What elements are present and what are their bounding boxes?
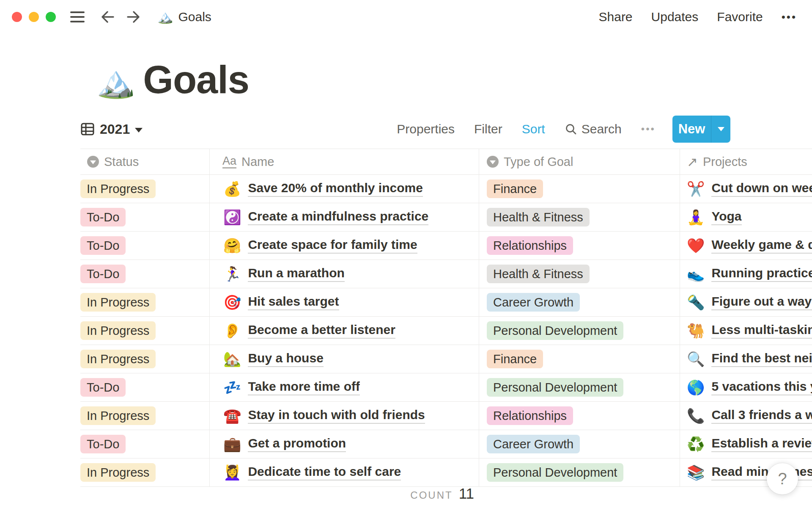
goal-name-link[interactable]: Become a better listener — [248, 323, 395, 339]
type-of-goal-badge[interactable]: Relationships — [487, 406, 573, 425]
close-window-button[interactable] — [12, 12, 22, 22]
status-badge[interactable]: In Progress — [80, 321, 156, 340]
status-badge[interactable]: To-Do — [80, 378, 126, 397]
projects-cell[interactable]: 🌎5 vacations this yea — [680, 373, 812, 401]
type-of-goal-badge[interactable]: Career Growth — [487, 293, 580, 312]
status-cell[interactable]: In Progress — [80, 175, 210, 203]
project-link[interactable]: Figure out a way to g — [711, 294, 812, 310]
status-cell[interactable]: In Progress — [80, 458, 210, 486]
goal-name-link[interactable]: Create space for family time — [248, 237, 417, 254]
type-of-goal-badge[interactable]: Finance — [487, 350, 543, 368]
column-header-projects[interactable]: ↗ Projects — [680, 149, 812, 174]
status-cell[interactable]: To-Do — [80, 430, 210, 458]
project-link[interactable]: Weekly game & date — [711, 237, 812, 254]
properties-button[interactable]: Properties — [397, 122, 455, 136]
projects-cell[interactable]: ✂️Cut down on weekda — [680, 175, 812, 203]
status-cell[interactable]: In Progress — [80, 345, 210, 373]
status-badge[interactable]: In Progress — [80, 463, 156, 482]
projects-cell[interactable]: ❤️Weekly game & date — [680, 232, 812, 260]
project-link[interactable]: Establish a review c — [711, 436, 812, 452]
project-link[interactable]: 5 vacations this yea — [711, 379, 812, 395]
column-header-type-of-goal[interactable]: Type of Goal — [479, 149, 680, 174]
column-header-name[interactable]: Aa Name — [210, 149, 479, 174]
project-link[interactable]: Running practice — [711, 266, 812, 282]
page-title[interactable]: Goals — [143, 60, 249, 99]
name-cell[interactable]: 🏡Buy a house — [210, 345, 479, 373]
project-link[interactable]: Find the best neighb — [711, 351, 812, 367]
type-of-goal-cell[interactable]: Health & Fitness — [479, 260, 680, 288]
status-badge[interactable]: In Progress — [80, 350, 156, 368]
name-cell[interactable]: 💼Get a promotion — [210, 430, 479, 458]
sidebar-menu-icon[interactable] — [70, 11, 85, 22]
sort-button[interactable]: Sort — [522, 122, 545, 136]
type-of-goal-cell[interactable]: Health & Fitness — [479, 203, 680, 231]
status-badge[interactable]: To-Do — [80, 236, 126, 255]
view-selector[interactable]: 2021 — [80, 121, 143, 137]
type-of-goal-cell[interactable]: Relationships — [479, 402, 680, 430]
status-cell[interactable]: In Progress — [80, 317, 210, 345]
project-link[interactable]: Yoga — [711, 209, 741, 225]
projects-cell[interactable]: 🔦Figure out a way to g — [680, 288, 812, 316]
type-of-goal-cell[interactable]: Career Growth — [479, 430, 680, 458]
projects-cell[interactable]: 👟Running practice — [680, 260, 812, 288]
type-of-goal-cell[interactable]: Career Growth — [479, 288, 680, 316]
status-cell[interactable]: To-Do — [80, 203, 210, 231]
name-cell[interactable]: ☯️Create a mindfulness practice — [210, 203, 479, 231]
name-cell[interactable]: 🤗Create space for family time — [210, 232, 479, 260]
back-button[interactable] — [99, 9, 116, 25]
status-badge[interactable]: To-Do — [80, 435, 126, 453]
status-badge[interactable]: To-Do — [80, 265, 126, 283]
status-cell[interactable]: To-Do — [80, 232, 210, 260]
minimize-window-button[interactable] — [29, 12, 39, 22]
share-button[interactable]: Share — [599, 10, 633, 24]
status-badge[interactable]: To-Do — [80, 208, 126, 226]
name-cell[interactable]: 🏃‍♀️Run a marathon — [210, 260, 479, 288]
view-options-icon[interactable]: ••• — [641, 123, 656, 135]
type-of-goal-cell[interactable]: Relationships — [479, 232, 680, 260]
count-toggle[interactable]: COUNT11 — [80, 485, 474, 502]
type-of-goal-cell[interactable]: Personal Development — [479, 317, 680, 345]
help-button[interactable]: ? — [767, 463, 798, 494]
project-link[interactable]: Less multi-tasking — [711, 323, 812, 339]
type-of-goal-badge[interactable]: Personal Development — [487, 463, 623, 482]
status-cell[interactable]: In Progress — [80, 402, 210, 430]
search-button[interactable]: Search — [565, 122, 622, 136]
goal-name-link[interactable]: Run a marathon — [248, 266, 344, 282]
status-badge[interactable]: In Progress — [80, 179, 156, 198]
filter-button[interactable]: Filter — [474, 122, 502, 136]
page-icon[interactable]: 🏔️ — [96, 66, 135, 97]
goal-name-link[interactable]: Save 20% of monthly income — [248, 181, 422, 197]
type-of-goal-cell[interactable]: Personal Development — [479, 458, 680, 486]
status-badge[interactable]: In Progress — [80, 293, 156, 312]
type-of-goal-badge[interactable]: Career Growth — [487, 435, 580, 453]
projects-cell[interactable]: 🧘‍♀️Yoga — [680, 203, 812, 231]
goal-name-link[interactable]: Hit sales target — [248, 294, 339, 310]
name-cell[interactable]: 🎯Hit sales target — [210, 288, 479, 316]
status-cell[interactable]: To-Do — [80, 373, 210, 401]
goal-name-link[interactable]: Create a mindfulness practice — [248, 209, 428, 225]
projects-cell[interactable]: 🔍Find the best neighb — [680, 345, 812, 373]
column-header-status[interactable]: Status — [80, 149, 210, 174]
type-of-goal-cell[interactable]: Personal Development — [479, 373, 680, 401]
goal-name-link[interactable]: Dedicate time to self care — [248, 464, 401, 480]
name-cell[interactable]: 💰Save 20% of monthly income — [210, 175, 479, 203]
status-cell[interactable]: To-Do — [80, 260, 210, 288]
type-of-goal-badge[interactable]: Relationships — [487, 236, 573, 255]
type-of-goal-cell[interactable]: Finance — [479, 345, 680, 373]
type-of-goal-badge[interactable]: Personal Development — [487, 321, 623, 340]
name-cell[interactable]: ☎️Stay in touch with old friends — [210, 402, 479, 430]
new-button[interactable]: New — [672, 116, 711, 143]
type-of-goal-cell[interactable]: Finance — [479, 175, 680, 203]
projects-cell[interactable]: 🐫Less multi-tasking — [680, 317, 812, 345]
status-badge[interactable]: In Progress — [80, 406, 156, 425]
more-options-icon[interactable]: ••• — [782, 11, 797, 24]
favorite-button[interactable]: Favorite — [717, 10, 763, 24]
goal-name-link[interactable]: Buy a house — [248, 351, 323, 367]
status-cell[interactable]: In Progress — [80, 288, 210, 316]
project-link[interactable]: Call 3 friends a wee — [711, 408, 812, 424]
projects-cell[interactable]: 📞Call 3 friends a wee — [680, 402, 812, 430]
breadcrumb[interactable]: 🏔️ Goals — [157, 10, 211, 24]
project-link[interactable]: Cut down on weekda — [711, 181, 812, 197]
projects-cell[interactable]: ♻️Establish a review c — [680, 430, 812, 458]
updates-button[interactable]: Updates — [651, 10, 699, 24]
